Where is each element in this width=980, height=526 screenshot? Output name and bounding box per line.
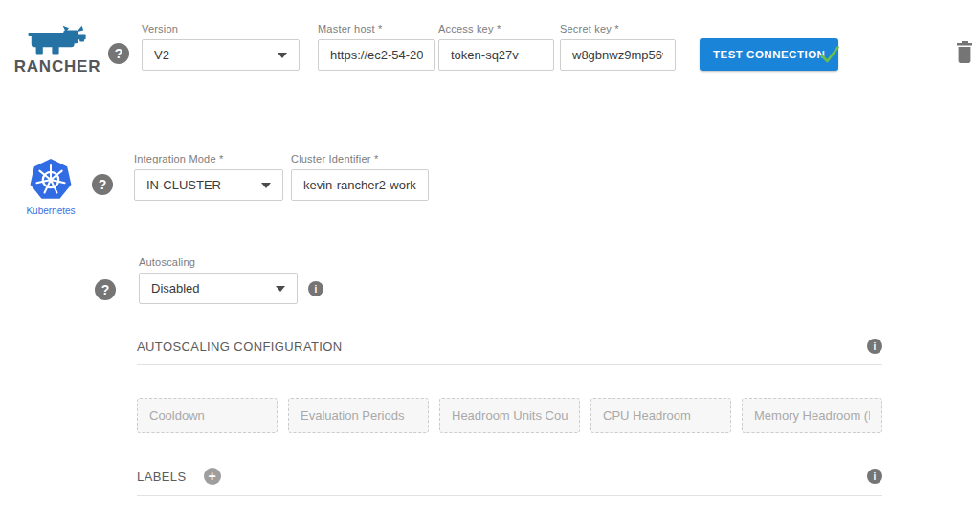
add-label-button[interactable]: + (204, 468, 221, 485)
section-divider (137, 495, 882, 496)
autoscaling-select[interactable]: Disabled (139, 273, 298, 304)
info-glyph: i (874, 341, 877, 352)
autoscaling-configuration-section: AUTOSCALING CONFIGURATION i (137, 339, 882, 365)
integration-mode-select[interactable]: IN-CLUSTER (134, 169, 283, 201)
kubernetes-helm-icon (28, 157, 74, 203)
secret-key-field: Secret key * (560, 23, 676, 71)
chevron-down-icon (261, 183, 271, 188)
version-select[interactable]: V2 (142, 39, 300, 71)
kubernetes-wordmark: Kubernetes (19, 206, 82, 216)
kubernetes-logo: Kubernetes (19, 157, 82, 216)
version-value: V2 (154, 48, 169, 62)
evaluation-periods-input (288, 398, 429, 433)
master-host-label: Master host * (318, 23, 435, 34)
memory-headroom-input (742, 398, 882, 433)
labels-section: LABELS + i (137, 468, 882, 496)
rancher-logo: RANCHER (10, 25, 105, 77)
chevron-down-icon (276, 286, 285, 292)
access-key-field: Access key * (438, 23, 554, 71)
info-icon[interactable]: i (867, 339, 882, 354)
access-key-label: Access key * (438, 23, 554, 34)
integration-mode-label: Integration Mode * (134, 153, 283, 164)
help-icon[interactable]: ? (108, 43, 129, 64)
integration-mode-value: IN-CLUSTER (146, 178, 221, 192)
help-glyph: ? (101, 282, 110, 297)
secret-key-label: Secret key * (560, 23, 676, 34)
autoscaling-label: Autoscaling (139, 256, 298, 268)
access-key-input[interactable] (438, 39, 554, 71)
help-icon[interactable]: ? (95, 279, 116, 300)
section-divider (137, 364, 882, 365)
version-field: Version V2 (142, 23, 300, 71)
cooldown-input (137, 398, 278, 433)
autoscaling-field: Autoscaling Disabled (139, 256, 298, 304)
cluster-identifier-label: Cluster Identifier * (291, 153, 429, 164)
autoscaling-config-fields (137, 398, 882, 433)
autoscaling-configuration-title: AUTOSCALING CONFIGURATION (137, 340, 343, 354)
master-host-field: Master host * (318, 23, 435, 71)
info-glyph: i (874, 471, 877, 482)
integration-settings-page: RANCHER ? Version V2 Master host * Acces… (0, 0, 980, 526)
integration-mode-field: Integration Mode * IN-CLUSTER (134, 153, 283, 201)
delete-trash-icon[interactable] (956, 41, 973, 63)
info-glyph: i (315, 284, 318, 295)
info-icon[interactable]: i (308, 281, 323, 296)
cpu-headroom-input (590, 398, 731, 433)
rancher-bull-icon (26, 25, 89, 55)
headroom-units-count-input (439, 398, 580, 433)
info-icon[interactable]: i (867, 469, 882, 484)
labels-title: LABELS (137, 470, 187, 484)
chevron-down-icon (278, 53, 287, 58)
cluster-identifier-input[interactable] (291, 169, 429, 201)
help-glyph: ? (115, 46, 123, 61)
autoscaling-value: Disabled (151, 281, 200, 296)
cluster-identifier-field: Cluster Identifier * (291, 153, 429, 201)
help-glyph: ? (99, 177, 107, 192)
plus-glyph: + (208, 469, 215, 484)
help-icon[interactable]: ? (92, 174, 113, 195)
success-check-icon (818, 43, 841, 66)
master-host-input[interactable] (318, 39, 435, 71)
version-label: Version (142, 23, 300, 34)
secret-key-input[interactable] (560, 39, 676, 71)
rancher-wordmark: RANCHER (10, 57, 105, 77)
